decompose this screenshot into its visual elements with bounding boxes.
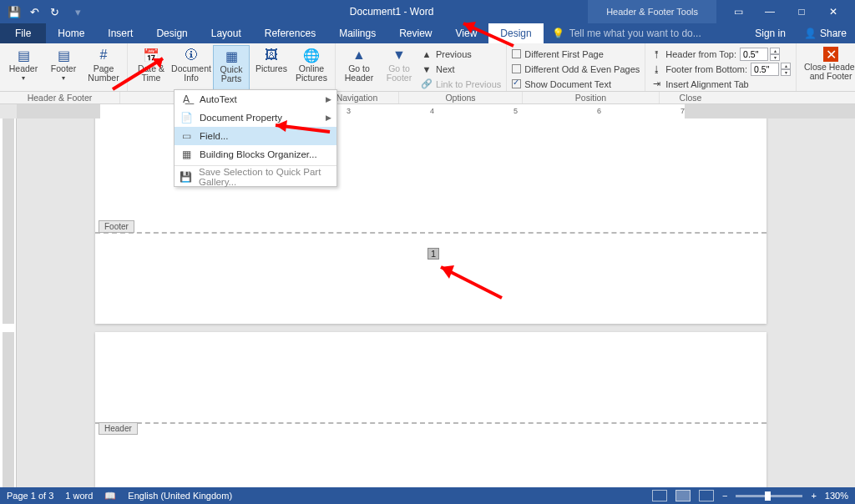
previous-icon: ▲ [421,48,433,60]
link-previous-button[interactable]: 🔗Link to Previous [421,77,501,91]
footer-bottom-icon: ⭳ [650,63,662,75]
group-title-position: Position [523,92,660,103]
close-window-icon[interactable]: ✕ [823,6,843,18]
view-read-mode-icon[interactable] [652,490,667,501]
group-close: ✕Close Header and Footer [797,43,855,91]
tab-view[interactable]: View [444,23,489,43]
vertical-ruler[interactable] [0,118,17,487]
align-tab-icon: ⇥ [650,78,662,90]
tab-references[interactable]: References [253,23,327,43]
title-bar: 💾 ↶ ↻ ▾ Document1 - Word Header & Footer… [0,0,855,23]
pictures-icon: 🖼 [263,47,280,63]
window-controls: ▭ — □ ✕ [716,6,855,18]
bbo-icon: ▦ [180,148,193,161]
previous-button[interactable]: ▲Previous [421,47,501,61]
horizontal-ruler[interactable]: 1 2 3 4 5 6 7 [17,104,855,118]
close-header-footer-button[interactable]: ✕Close Header and Footer [802,45,855,91]
different-first-page-check[interactable]: Different First Page [512,47,640,61]
online-pictures-button[interactable]: 🌐Online Pictures [293,45,330,91]
pictures-button[interactable]: 🖼Pictures [253,45,290,91]
document-title: Document1 - Word [95,6,588,18]
contextual-tab-label: Header & Footer Tools [588,0,716,23]
tab-design[interactable]: Design [144,23,199,43]
go-to-header-button[interactable]: ▲Go to Header [341,45,377,91]
go-to-footer-button[interactable]: ▼Go to Footer [381,45,417,91]
different-odd-even-check[interactable]: Different Odd & Even Pages [512,62,640,76]
undo-icon[interactable]: ↶ [25,3,43,21]
footer-icon: ▤ [55,47,72,63]
group-options: Different First Page Different Odd & Eve… [507,43,645,91]
redo-icon[interactable]: ↻ [45,3,63,21]
docinfo-icon: 🛈 [183,47,200,63]
quick-parts-dropdown: A͟AutoText▶ 📄Document Property▶ ▭Field..… [174,89,337,187]
footer-tab-label: Footer [99,220,134,233]
header-top-spinner[interactable]: ▴▾ [740,48,780,61]
group-navigation: ▲Go to Header ▼Go to Footer ▲Previous ▼N… [336,43,507,91]
quick-parts-button[interactable]: ▦Quick Parts [213,45,250,91]
tab-insert[interactable]: Insert [96,23,144,43]
document-info-button[interactable]: 🛈Document Info [173,45,210,91]
footer-bottom-spinner[interactable]: ▴▾ [751,63,791,76]
zoom-slider[interactable] [736,495,802,497]
status-language[interactable]: English (United Kingdom) [128,491,232,501]
tab-file[interactable]: File [0,23,46,43]
page-2[interactable]: Header [95,332,766,487]
ribbon-tabs: File Home Insert Design Layout Reference… [0,23,855,43]
next-button[interactable]: ▼Next [421,62,501,76]
status-bar: Page 1 of 3 1 word 📖 English (United Kin… [0,487,855,504]
qat-dropdown-icon[interactable]: ▾ [68,3,87,21]
docprop-icon: 📄 [180,111,193,124]
close-hf-icon: ✕ [823,47,838,62]
calendar-icon: 📅 [143,47,159,63]
go-header-icon: ▲ [351,47,367,63]
insert-alignment-tab-button[interactable]: ⇥Insert Alignment Tab [650,77,791,91]
document-workspace: Footer 1 Header [0,118,855,487]
footer-button[interactable]: ▤Footer▾ [45,45,82,91]
zoom-level[interactable]: 130% [825,491,848,501]
tab-layout[interactable]: Layout [200,23,253,43]
header-tab-label: Header [99,422,138,435]
field-icon: ▭ [180,129,193,143]
autotext-icon: A͟ [180,93,193,106]
next-icon: ▼ [421,63,433,75]
signin-link[interactable]: Sign in [745,23,796,43]
view-print-layout-icon[interactable] [675,490,691,501]
view-web-layout-icon[interactable] [699,490,714,501]
header-icon: ▤ [15,47,32,63]
tab-review[interactable]: Review [387,23,443,43]
group-header-footer: ▤Header▾ ▤Footer▾ #Page Number [0,43,128,91]
zoom-out-icon[interactable]: − [722,491,727,501]
group-insert: 📅Date & Time 🛈Document Info ▦Quick Parts… [128,43,336,91]
dd-save-selection[interactable]: 💾Save Selection to Quick Part Gallery... [175,168,336,186]
link-icon: 🔗 [421,78,433,90]
share-icon: 👤 [804,28,817,39]
online-pictures-icon: 🌐 [303,47,320,63]
tell-me-search[interactable]: 💡 Tell me what you want to do... [544,23,746,43]
dd-document-property[interactable]: 📄Document Property▶ [175,108,336,127]
ribbon-options-icon[interactable]: ▭ [728,6,748,18]
maximize-icon[interactable]: □ [792,6,812,18]
tab-home[interactable]: Home [46,23,96,43]
save-icon[interactable]: 💾 [5,3,23,21]
header-from-top-row: ⭱Header from Top: ▴▾ [650,47,791,61]
minimize-icon[interactable]: — [760,6,780,18]
header-button[interactable]: ▤Header▾ [5,45,42,91]
footer-from-bottom-row: ⭳Footer from Bottom: ▴▾ [650,62,791,76]
ribbon: ▤Header▾ ▤Footer▾ #Page Number 📅Date & T… [0,43,855,92]
status-page[interactable]: Page 1 of 3 [7,491,53,501]
show-document-text-check[interactable]: Show Document Text [512,77,640,91]
zoom-in-icon[interactable]: + [811,491,816,501]
share-label: Share [820,28,847,39]
footer-page-number[interactable]: 1 [428,248,439,260]
share-button[interactable]: 👤 Share [796,23,855,43]
dd-building-blocks[interactable]: ▦Building Blocks Organizer... [175,145,336,164]
dd-autotext[interactable]: A͟AutoText▶ [175,90,336,108]
dd-field[interactable]: ▭Field... [175,127,336,145]
status-words[interactable]: 1 word [65,491,93,501]
bulb-icon: 💡 [552,28,564,39]
status-proofing-icon[interactable]: 📖 [104,491,116,501]
date-time-button[interactable]: 📅Date & Time [133,45,169,91]
tab-mailings[interactable]: Mailings [327,23,387,43]
page-number-button[interactable]: #Page Number [85,45,122,91]
tab-design-hf[interactable]: Design [488,23,543,43]
